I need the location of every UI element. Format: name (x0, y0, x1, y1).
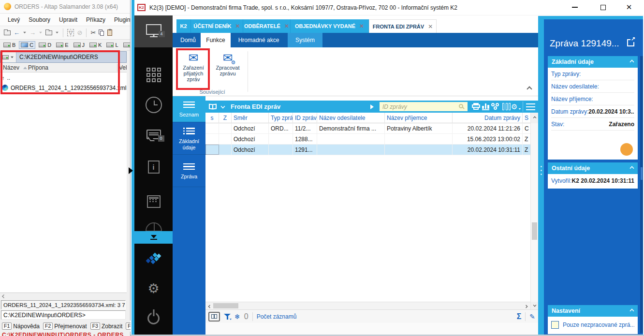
tab-ucetni-denik[interactable]: ÚČETNÍ DENÍK✕ (191, 19, 243, 33)
search-input[interactable] (380, 102, 468, 111)
hscroll-right-icon[interactable] (525, 305, 528, 308)
column-ext[interactable]: Přípona (28, 64, 48, 71)
col-nazev-odesilatele[interactable]: Název odesílatele (317, 113, 385, 123)
file-pane-hscrollbar[interactable] (0, 292, 127, 300)
col-s[interactable]: s (205, 113, 219, 123)
sidebar-settings-button[interactable]: ⚙ (134, 282, 173, 295)
filter-icon[interactable]: ▽ (67, 29, 74, 36)
close-tab-icon[interactable]: ✕ (359, 23, 364, 29)
drive-j[interactable]: J (72, 42, 87, 48)
col-nazev-prijemce[interactable]: Název příjemce (385, 113, 453, 123)
table-row-selected[interactable]: Odchozí 1291... 20.02.2024 10:31:11 Z (205, 145, 530, 155)
search-icon[interactable] (459, 104, 463, 108)
hamburger-menu-icon[interactable] (526, 102, 535, 112)
group-icon[interactable] (491, 103, 500, 110)
card-header[interactable]: Základní údaje (548, 56, 638, 68)
print-icon[interactable] (472, 103, 480, 110)
paste-icon[interactable] (107, 29, 112, 36)
ribbon-tab-system[interactable]: Systém (288, 33, 322, 47)
record-count-label[interactable]: Počet záznamů (257, 313, 297, 320)
col-smer[interactable]: Směr (232, 113, 269, 123)
column-name[interactable]: Název (3, 64, 19, 71)
table-settings-gear-icon[interactable]: ⚙ (511, 102, 517, 111)
parent-folder-icon[interactable] (4, 30, 11, 35)
vscroll-up-button[interactable] (530, 113, 538, 123)
view-tab-seznam[interactable]: Seznam (173, 96, 205, 122)
list-item-updir[interactable]: ↑ .. (0, 73, 127, 83)
tab-odberatele[interactable]: ODBĚRATELÉ✕ (243, 19, 291, 33)
sidebar-modules-button[interactable] (134, 68, 173, 82)
card-header[interactable]: Ostatní údaje (548, 162, 638, 174)
ribbon-collapse-icon[interactable] (527, 86, 532, 91)
vscroll-thumb[interactable] (532, 222, 537, 240)
panel-splitter[interactable] (538, 16, 544, 335)
back-icon[interactable]: ← (14, 29, 20, 36)
column-size[interactable]: Velik (119, 64, 127, 71)
fkey-f3[interactable]: F3Zobrazit (90, 322, 123, 330)
hotpath-dropdown-icon[interactable] (56, 32, 59, 34)
col-id-zpravy[interactable]: ID zprávy (293, 113, 317, 123)
footer-book-icon[interactable] (208, 312, 220, 321)
hotpath-folder-icon[interactable] (45, 30, 52, 35)
edit-pencil-icon[interactable]: ✎ (529, 313, 535, 321)
columns-icon[interactable] (502, 103, 511, 110)
close-tab-icon[interactable]: ✕ (428, 23, 433, 30)
forward-icon[interactable]: → (29, 29, 36, 36)
close-tab-icon[interactable]: ✕ (235, 23, 240, 29)
footer-filter-icon[interactable] (224, 313, 231, 320)
sum-icon[interactable]: Σ (517, 312, 522, 321)
col-z[interactable]: Z (219, 113, 232, 123)
collapse-icon[interactable] (629, 308, 634, 313)
col-typ-zpravy[interactable]: Typ zprávy (269, 113, 293, 123)
ribbon-tab-funkce[interactable]: Funkce (201, 33, 231, 47)
scroll-left-icon[interactable] (2, 294, 6, 298)
play-icon[interactable] (370, 104, 374, 109)
tab-k2[interactable]: K2 (176, 19, 191, 33)
salamander-titlebar[interactable]: ORDERS - Altap Salamander 3.08 (x64) (0, 0, 130, 14)
collapse-icon[interactable] (629, 59, 634, 64)
tab-objednavky-vydane[interactable]: OBJEDNÁVKY VYDANÉ✕ (291, 19, 369, 33)
list-item-file[interactable]: ORDERS_11_2024_1_12923556593734.xml (0, 83, 127, 93)
tab-fronta-edi-zprav[interactable]: FRONTA EDI ZPRÁV✕ (369, 19, 437, 33)
close-button[interactable]: ✕ (618, 0, 640, 15)
panel-scrollbar[interactable] (640, 56, 643, 333)
close-tab-icon[interactable]: ✕ (284, 23, 289, 29)
menu-upravit[interactable]: Upravit (59, 16, 77, 23)
drive-d[interactable]: D (37, 42, 53, 48)
view-tab-zprava[interactable]: Zpráva (173, 155, 205, 187)
back-dropdown-icon[interactable] (23, 32, 26, 34)
hscrollbar[interactable] (205, 302, 530, 309)
table-row[interactable]: Odchozí 1288... 15.06.2023 13:00:02 Z (205, 134, 530, 145)
hscroll-thumb[interactable] (213, 303, 238, 308)
collapse-icon[interactable] (629, 166, 634, 170)
sidebar-messages-button[interactable]: 0 (134, 130, 173, 139)
card-header[interactable]: Nastavení (548, 305, 638, 317)
table-row[interactable]: Odchozí ORD... 11/2... Demonstrační firm… (205, 123, 530, 134)
book-icon[interactable] (209, 104, 217, 109)
minimize-button[interactable] (564, 0, 586, 15)
button-zpracovat-zpravu[interactable]: ✉⚙ Zpracovat zprávu (212, 50, 243, 88)
drive-c[interactable]: C (19, 41, 35, 49)
maximize-button[interactable] (592, 0, 614, 15)
button-zarazeni-prijatych-zprav[interactable]: ✉ Zařazení přijatých zpráv (178, 50, 209, 88)
hscroll-left-icon[interactable] (208, 305, 212, 308)
command-line[interactable]: C:\K2EDINEW\Input\ORDERS> (1, 310, 126, 320)
forward-dropdown-icon[interactable] (39, 32, 42, 34)
view-tab-zakladni-udaje[interactable]: Základníúdaje (173, 123, 205, 155)
panel-expander-arrow-icon[interactable] (129, 167, 133, 174)
chart-icon[interactable] (482, 103, 489, 110)
copy-icon[interactable] (99, 29, 104, 36)
drive-l[interactable]: L (105, 42, 119, 48)
vscroll-down-button[interactable] (530, 302, 538, 309)
gear-dropdown-icon[interactable] (519, 108, 521, 110)
ribbon-tab-domu[interactable]: Domů (176, 33, 200, 47)
path-drive-selector[interactable] (0, 52, 16, 62)
cut-icon[interactable]: ✂ (90, 29, 96, 36)
panel-scroll-thumb[interactable] (641, 167, 643, 180)
ribbon-tab-hromadne-akce[interactable]: Hromadné akce (234, 33, 284, 47)
path-bar[interactable]: C:\K2EDINEW\Input\ORDERS (0, 51, 127, 63)
sidebar-power-button[interactable] (134, 312, 173, 324)
drive-e[interactable]: E (55, 42, 70, 48)
menu-levy[interactable]: Levý (8, 16, 20, 23)
book-dropdown-icon[interactable] (220, 104, 225, 108)
